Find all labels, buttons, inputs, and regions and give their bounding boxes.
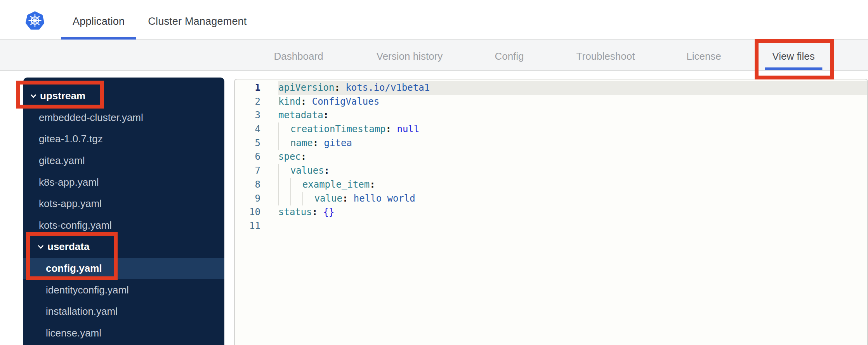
yaml-token-key: apiVersion bbox=[278, 81, 335, 95]
yaml-token-pun: : bbox=[312, 205, 323, 219]
indent-guide bbox=[278, 192, 290, 206]
code-text: metadata: bbox=[278, 109, 867, 122]
yaml-token-key: value bbox=[314, 192, 342, 206]
yaml-token-key: name bbox=[290, 136, 313, 150]
tree-item-label: gitea.yaml bbox=[39, 155, 85, 167]
tree-file-embedded-cluster-yaml[interactable]: embedded-cluster.yaml bbox=[23, 107, 224, 129]
nav-tab-dashboard[interactable]: Dashboard bbox=[274, 40, 323, 70]
nav-tab-troubleshoot[interactable]: Troubleshoot bbox=[576, 40, 635, 70]
code-line: 5name: gitea bbox=[235, 136, 867, 150]
yaml-token-pun: : bbox=[301, 95, 312, 109]
code-line-content: kind: ConfigValues bbox=[260, 95, 867, 109]
code-text: kind: ConfigValues bbox=[278, 95, 867, 109]
code-line-content: apiVersion: kots.io/v1beta1 bbox=[260, 81, 867, 95]
header-tabs: ApplicationCluster Management bbox=[61, 0, 259, 40]
code-line: 2kind: ConfigValues bbox=[235, 95, 867, 109]
tree-file-kots-app-yaml[interactable]: kots-app.yaml bbox=[23, 193, 224, 215]
code-line: 6spec: bbox=[235, 150, 867, 164]
kubernetes-logo bbox=[25, 11, 45, 31]
line-number: 4 bbox=[235, 122, 260, 136]
code-line-content: status: {} bbox=[260, 205, 867, 219]
tree-file-kots-config-yaml[interactable]: kots-config.yaml bbox=[23, 215, 224, 236]
code-text: name: gitea bbox=[278, 136, 867, 150]
yaml-token-pun: : bbox=[313, 136, 324, 150]
tree-file-config-yaml[interactable]: config.yaml bbox=[23, 258, 224, 279]
tab-cluster-management[interactable]: Cluster Management bbox=[136, 0, 258, 40]
tree-item-label: identityconfig.yaml bbox=[46, 284, 129, 296]
chevron-down-icon bbox=[29, 92, 38, 100]
line-number: 8 bbox=[235, 178, 260, 192]
code-line-content bbox=[260, 219, 867, 233]
app-header: ApplicationCluster Management bbox=[0, 0, 868, 40]
tree-item-label: userdata bbox=[47, 241, 89, 253]
yaml-token-key: creationTimestamp bbox=[290, 122, 386, 136]
nav-tab-version-history[interactable]: Version history bbox=[377, 40, 443, 70]
line-number: 10 bbox=[235, 205, 260, 219]
code-line-content: creationTimestamp: null bbox=[260, 122, 867, 136]
tree-item-label: embedded-cluster.yaml bbox=[39, 112, 143, 124]
line-number: 1 bbox=[235, 81, 260, 95]
tree-file-installation-yaml[interactable]: installation.yaml bbox=[23, 301, 224, 323]
yaml-token-pun: : bbox=[323, 109, 329, 122]
line-number: 2 bbox=[235, 95, 260, 109]
yaml-token-key: values bbox=[290, 164, 324, 178]
code-text bbox=[278, 219, 867, 233]
yaml-token-key: metadata bbox=[278, 109, 323, 122]
code-line: 10status: {} bbox=[235, 205, 867, 219]
code-text: value: hello world bbox=[278, 192, 867, 206]
tree-item-label: k8s-app.yaml bbox=[39, 176, 99, 188]
file-tree: upstreamembedded-cluster.yamlgitea-1.0.7… bbox=[23, 78, 224, 345]
chevron-down-icon bbox=[36, 243, 45, 251]
code-text: example_item: bbox=[278, 178, 867, 192]
tree-item-label: kots-config.yaml bbox=[39, 219, 112, 231]
nav-tab-license[interactable]: License bbox=[686, 40, 721, 70]
code-line: 7values: bbox=[235, 164, 867, 178]
code-line-content: example_item: bbox=[260, 178, 867, 192]
code-editor[interactable]: 1apiVersion: kots.io/v1beta12kind: Confi… bbox=[234, 79, 868, 345]
yaml-token-key: kind bbox=[278, 95, 301, 109]
tree-item-label: license.yaml bbox=[46, 327, 101, 339]
tree-file-license-yaml[interactable]: license.yaml bbox=[23, 323, 224, 344]
indent-guide bbox=[302, 192, 314, 206]
kots-admin-console: { "header": { "tabs": [ {"label": "Appli… bbox=[0, 0, 868, 345]
code-text: spec: bbox=[278, 150, 867, 164]
tab-application[interactable]: Application bbox=[61, 0, 136, 40]
tree-item-label: upstream bbox=[40, 90, 85, 102]
code-text: status: {} bbox=[278, 205, 867, 219]
indent-guide bbox=[278, 136, 290, 150]
code-line-content: value: hello world bbox=[260, 192, 867, 206]
yaml-token-kw: null bbox=[397, 122, 419, 136]
code-line: 11 bbox=[235, 219, 867, 233]
tree-file-gitea-yaml[interactable]: gitea.yaml bbox=[23, 150, 224, 172]
code-line-content: metadata: bbox=[260, 109, 867, 122]
line-number: 6 bbox=[235, 150, 260, 164]
line-number: 3 bbox=[235, 109, 260, 122]
indent-guide bbox=[290, 178, 302, 192]
code-line: 9value: hello world bbox=[235, 192, 867, 206]
code-line: 1apiVersion: kots.io/v1beta1 bbox=[235, 81, 867, 95]
yaml-token-pun: : bbox=[386, 122, 397, 136]
yaml-token-str: hello world bbox=[354, 192, 415, 206]
tree-file-k8s-app-yaml[interactable]: k8s-app.yaml bbox=[23, 171, 224, 193]
tree-file-gitea-1-0-7-tgz[interactable]: gitea-1.0.7.tgz bbox=[23, 128, 224, 150]
indent-guide bbox=[278, 164, 290, 178]
tree-item-label: kots-app.yaml bbox=[39, 198, 102, 210]
yaml-token-pun: : bbox=[342, 192, 354, 206]
code-line-content: values: bbox=[260, 164, 867, 178]
nav-tab-config[interactable]: Config bbox=[495, 40, 524, 70]
line-number: 7 bbox=[235, 164, 260, 178]
line-number: 9 bbox=[235, 192, 260, 206]
tree-folder-upstream[interactable]: upstream bbox=[23, 85, 224, 107]
app-subnav: DashboardVersion historyConfigTroublesho… bbox=[0, 40, 868, 71]
tree-file-identityconfig-yaml[interactable]: identityconfig.yaml bbox=[23, 279, 224, 301]
tree-folder-userdata[interactable]: userdata bbox=[23, 236, 224, 258]
code-line: 4creationTimestamp: null bbox=[235, 122, 867, 136]
yaml-token-key: status bbox=[278, 205, 312, 219]
tree-item-label: gitea-1.0.7.tgz bbox=[39, 133, 103, 145]
yaml-token-kw: {} bbox=[323, 205, 335, 219]
indent-guide bbox=[278, 122, 290, 136]
nav-tab-view-files[interactable]: View files bbox=[772, 40, 814, 70]
indent-guide bbox=[290, 192, 302, 206]
tree-item-label: installation.yaml bbox=[46, 305, 118, 317]
yaml-token-pun: : bbox=[335, 81, 346, 95]
